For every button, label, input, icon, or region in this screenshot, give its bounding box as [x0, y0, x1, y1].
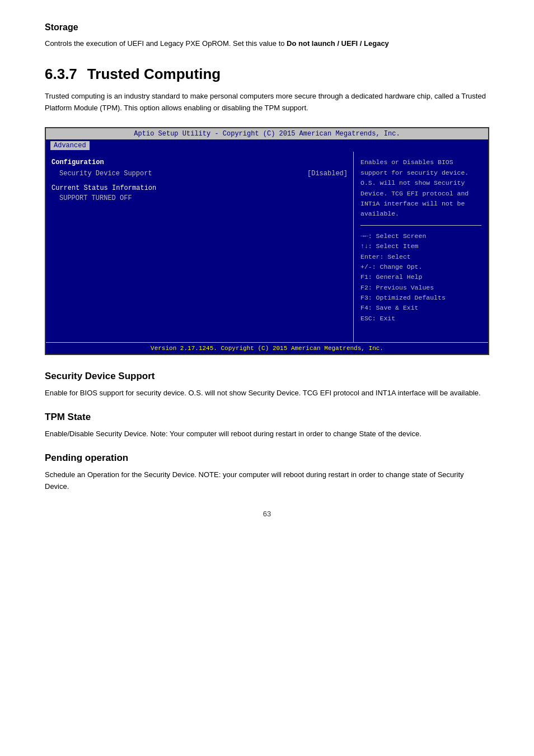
bios-screen: Aptio Setup Utility - Copyright (C) 2015…: [45, 127, 489, 355]
tpm-state-title: TPM State: [45, 412, 489, 423]
storage-title: Storage: [45, 22, 489, 32]
bios-key-f1: F1: General Help: [360, 272, 481, 282]
bios-config-title: Configuration: [51, 158, 348, 166]
section-header: 6.3.7 Trusted Computing: [45, 66, 489, 83]
bios-key-change-opt: +/-: Change Opt.: [360, 262, 481, 272]
security-device-support-desc: Enable for BIOS support for security dev…: [45, 388, 489, 399]
bios-status-title: Current Status Information: [51, 184, 348, 192]
bios-left-panel: Configuration Security Device Support [D…: [46, 152, 354, 342]
bios-key-f3: F3: Optimized Defaults: [360, 293, 481, 303]
storage-description: Controls the execution of UEFI and Legac…: [45, 38, 489, 50]
bios-right-panel: Enables or Disables BIOS support for sec…: [354, 152, 488, 342]
security-device-support-title: Security Device Support: [45, 371, 489, 382]
bios-key-select-item: ↑↓: Select Item: [360, 241, 481, 251]
bios-nav-advanced: Advanced: [50, 141, 90, 150]
bios-footer: Version 2.17.1245. Copyright (C) 2015 Am…: [46, 342, 488, 354]
bios-key-esc: ESC: Exit: [360, 314, 481, 324]
bios-divider: [360, 225, 481, 226]
storage-section: Storage Controls the execution of UEFI a…: [45, 22, 489, 50]
bios-titlebar: Aptio Setup Utility - Copyright (C) 2015…: [46, 128, 488, 139]
storage-desc-text: Controls the execution of UEFI and Legac…: [45, 39, 287, 48]
page-number: 63: [45, 510, 489, 518]
bios-security-device-value: [Disabled]: [307, 170, 348, 178]
section-intro: Trusted computing is an industry standar…: [45, 91, 489, 114]
security-device-support-section: Security Device Support Enable for BIOS …: [45, 371, 489, 399]
bios-key-f2: F2: Previous Values: [360, 283, 481, 293]
bios-security-device-row: Security Device Support [Disabled]: [51, 170, 348, 178]
bios-description: Enables or Disables BIOS support for sec…: [360, 157, 481, 219]
bios-key-enter: Enter: Select: [360, 252, 481, 262]
bios-nav: Advanced: [46, 139, 488, 152]
tpm-state-desc: Enable/Disable Security Device. Note: Yo…: [45, 428, 489, 440]
bios-key-f4: F4: Save & Exit: [360, 303, 481, 313]
bios-status-value: SUPPORT TURNED OFF: [51, 194, 348, 202]
trusted-computing-section: 6.3.7 Trusted Computing Trusted computin…: [45, 66, 489, 356]
bios-key-select-screen: →←: Select Screen: [360, 231, 481, 241]
section-title: Trusted Computing: [87, 66, 221, 83]
pending-operation-desc: Schedule an Operation for the Security D…: [45, 469, 489, 493]
bios-keys: →←: Select Screen ↑↓: Select Item Enter:…: [360, 231, 481, 324]
pending-operation-title: Pending operation: [45, 452, 489, 464]
pending-operation-section: Pending operation Schedule an Operation …: [45, 452, 489, 493]
storage-desc-bold: Do not launch / UEFI / Legacy: [287, 39, 389, 48]
bios-body: Configuration Security Device Support [D…: [46, 152, 488, 342]
bios-security-device-label: Security Device Support: [51, 170, 152, 178]
section-number: 6.3.7: [45, 66, 77, 83]
tpm-state-section: TPM State Enable/Disable Security Device…: [45, 412, 489, 440]
